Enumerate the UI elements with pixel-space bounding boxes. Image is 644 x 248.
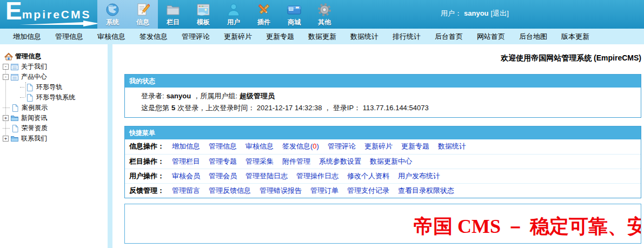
status-line-login: 登录者:sanyou，所属用户组:超级管理员 xyxy=(141,90,641,102)
tree-item-label: 环形导轨 xyxy=(36,83,62,92)
tree-item[interactable]: 案例展示 xyxy=(0,103,108,113)
subnav-item[interactable]: 数据统计 xyxy=(350,32,379,42)
tab-document-pencil[interactable]: 信息 xyxy=(128,0,158,29)
tab-template[interactable]: 模板 xyxy=(188,0,218,29)
quick-menu-link[interactable]: 更新碎片 xyxy=(364,142,393,150)
category-icon xyxy=(10,73,19,82)
subnav-item[interactable]: 版本更新 xyxy=(561,32,589,42)
subnav-item[interactable]: 增加信息 xyxy=(13,32,41,42)
tree-item-label: 环形导轨系统 xyxy=(36,93,75,102)
tree-branch-line xyxy=(3,128,10,129)
main-content: 欢迎使用帝国网站管理系统 (EmpireCMS) 我的状态 登录者:sanyou… xyxy=(112,44,644,248)
tab-label: 插件 xyxy=(257,18,270,27)
quick-menu-link[interactable]: 管理反馈信息 xyxy=(209,186,251,195)
tree-item[interactable]: 环形导轨 xyxy=(0,82,108,92)
subnav-item[interactable]: 更新专题 xyxy=(266,32,294,42)
quick-menu-link[interactable]: 管理栏目 xyxy=(172,157,200,165)
tab-folder[interactable]: 栏目 xyxy=(158,0,188,29)
tab-user[interactable]: 用户 xyxy=(218,0,249,29)
quick-menu-link[interactable]: 查看目录权限状态 xyxy=(398,186,454,195)
quick-menu-link[interactable]: 管理会员 xyxy=(209,172,237,180)
subnav-item[interactable]: 排行统计 xyxy=(393,32,421,42)
quick-menu-link[interactable]: 管理支付记录 xyxy=(347,186,389,195)
expand-icon[interactable]: + xyxy=(3,115,9,121)
sidebar-tree: 管理信息 -关于我们-产品中心环形导轨环形导轨系统案例展示+新闻资讯荣誉资质+联… xyxy=(0,44,108,248)
tab-label: 信息 xyxy=(136,18,149,27)
page: EmpireCMS 系统信息栏目模板用户插件商城其他 用户：sanyou[退出]… xyxy=(0,0,644,248)
quick-menu-link[interactable]: 系统参数设置 xyxy=(319,157,361,165)
subnav-item[interactable]: 更新碎片 xyxy=(224,32,252,42)
expand-icon[interactable]: + xyxy=(3,136,9,142)
sidebar-splitter[interactable] xyxy=(108,44,112,248)
tab-plugin[interactable]: 插件 xyxy=(249,0,279,29)
tree-item-label: 关于我们 xyxy=(21,62,47,71)
quick-menu-link[interactable]: 修改个人资料 xyxy=(347,172,389,180)
quick-menu-row-label: 反馈管理： xyxy=(129,186,164,195)
tab-mall[interactable]: 商城 xyxy=(279,0,309,29)
subnav-item[interactable]: 管理评论 xyxy=(182,32,210,42)
logo-letter-e: E xyxy=(5,1,22,21)
tree-item-label: 案例展示 xyxy=(22,103,48,112)
quick-menu-link[interactable]: 管理采集 xyxy=(245,157,274,165)
quick-menu-link[interactable]: 管理登陆日志 xyxy=(245,172,288,180)
quick-menu-link[interactable]: 审核信息 xyxy=(245,142,274,150)
tree-item[interactable]: -产品中心 xyxy=(0,72,108,82)
tab-label: 商城 xyxy=(288,18,301,27)
tab-globe[interactable]: 系统 xyxy=(97,0,128,29)
document-pencil-icon xyxy=(136,2,150,17)
quick-menu-link[interactable]: 管理操作日志 xyxy=(296,172,338,180)
quick-menu-link[interactable]: 管理错误报告 xyxy=(260,186,302,195)
mall-icon xyxy=(287,2,301,17)
subnav-item[interactable]: 后台地图 xyxy=(519,32,547,42)
template-icon xyxy=(196,2,210,17)
tree-item[interactable]: 环形导轨系统 xyxy=(0,92,108,103)
tab-label: 模板 xyxy=(197,18,210,27)
tree-item[interactable]: +新闻资讯 xyxy=(0,113,108,123)
subnav-item[interactable]: 后台首页 xyxy=(435,32,463,42)
tab-gear[interactable]: 其他 xyxy=(309,0,340,29)
quick-menu-link[interactable]: 数据更新中心 xyxy=(370,157,412,165)
subnav-item[interactable]: 数据更新 xyxy=(308,32,336,42)
quick-menu-link[interactable]: 管理信息 xyxy=(209,142,237,150)
logout-link[interactable]: [退出] xyxy=(491,9,509,17)
quick-menu-link[interactable]: 签发信息(0) xyxy=(282,142,319,150)
pending-count-badge: 0 xyxy=(313,142,316,150)
user-label: 用户： xyxy=(441,9,462,17)
subnav-item[interactable]: 审核信息 xyxy=(97,32,125,42)
quick-menu-row: 信息操作：增加信息管理信息审核信息签发信息(0)管理评论更新碎片更新专题数据统计 xyxy=(125,139,641,154)
tree-item[interactable]: +联系我们 xyxy=(0,133,108,144)
quick-menu-link[interactable]: 管理专题 xyxy=(209,157,237,165)
user-icon xyxy=(227,2,241,17)
login-label: 登录者: xyxy=(141,92,164,100)
quick-menu-panel: 快捷菜单 信息操作：增加信息管理信息审核信息签发信息(0)管理评论更新碎片更新专… xyxy=(124,126,641,198)
login-user: sanyou xyxy=(167,92,191,100)
page-icon xyxy=(11,104,19,112)
tree-item[interactable]: 荣誉资质 xyxy=(0,123,108,133)
collapse-icon[interactable]: - xyxy=(3,74,9,80)
tree-item[interactable]: -关于我们 xyxy=(0,62,108,72)
quick-menu-link[interactable]: 附件管理 xyxy=(282,157,310,165)
tree-root-manage-info[interactable]: 管理信息 xyxy=(0,51,108,62)
quick-menu-link[interactable]: 更新专题 xyxy=(401,142,429,150)
quick-menu-link[interactable]: 审核会员 xyxy=(172,172,200,180)
page-icon xyxy=(25,93,34,102)
group-value: 超级管理员 xyxy=(240,92,275,100)
subnav-item[interactable]: 签发信息 xyxy=(140,32,168,42)
sub-nav: 增加信息管理信息审核信息签发信息管理评论更新碎片更新专题数据更新数据统计排行统计… xyxy=(0,29,644,44)
marquee-panel: 帝国 CMS － 稳定可靠、安全高效 xyxy=(124,204,641,244)
subnav-item[interactable]: 管理信息 xyxy=(55,32,83,42)
marquee-text: 帝国 CMS － 稳定可靠、安全高效 xyxy=(414,213,641,240)
subnav-item[interactable]: 网站首页 xyxy=(477,32,505,42)
quick-menu-link[interactable]: 数据统计 xyxy=(438,142,466,150)
quick-menu-link[interactable]: 用户发布统计 xyxy=(398,172,440,180)
quick-menu-link[interactable]: 管理评论 xyxy=(328,142,356,150)
quick-menu-link[interactable]: 管理留言 xyxy=(172,186,200,195)
quick-menu-row: 栏目操作：管理栏目管理专题管理采集附件管理系统参数设置数据更新中心 xyxy=(125,154,641,169)
quick-menu-row-label: 信息操作： xyxy=(129,142,164,150)
tree-branch-line xyxy=(20,87,24,88)
collapse-icon[interactable]: - xyxy=(3,64,9,70)
quick-menu-link[interactable]: 增加信息 xyxy=(172,142,200,150)
quick-menu-link[interactable]: 管理订单 xyxy=(310,186,338,195)
quick-menu-row: 反馈管理：管理留言管理反馈信息管理错误报告管理订单管理支付记录查看目录权限状态 xyxy=(125,183,641,198)
category-icon xyxy=(10,63,19,71)
